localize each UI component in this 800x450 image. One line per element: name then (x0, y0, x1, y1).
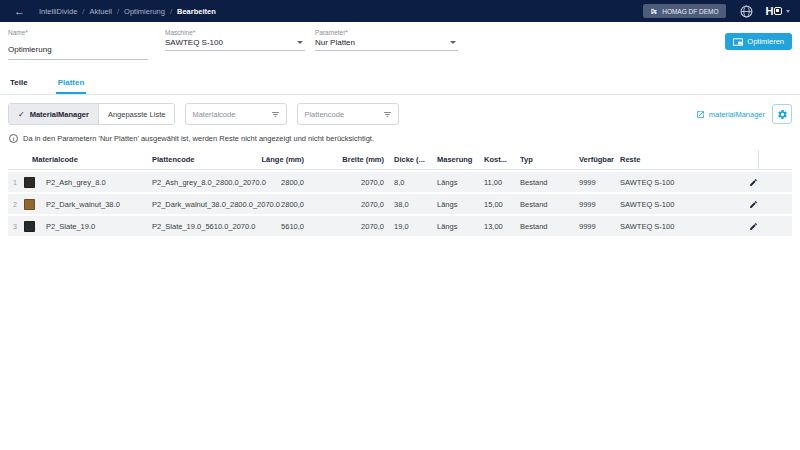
col-dicke: Dicke (... (384, 155, 428, 164)
info-icon: i (9, 134, 18, 143)
row-index: 2 (8, 201, 24, 208)
machine-icon (733, 38, 743, 46)
external-link-icon (696, 110, 705, 119)
edit-pencil-icon[interactable] (749, 200, 758, 209)
materialcode-filter (185, 103, 287, 125)
cell-typ: Bestand (520, 222, 572, 231)
parameter-field-label: Parameter* (315, 29, 458, 36)
col-maserung: Maserung (428, 155, 484, 164)
swatch-cell (24, 199, 46, 210)
cell-verfuegbar: 9999 (572, 222, 620, 231)
cell-dicke: 8,0 (384, 178, 428, 187)
logo-letter: H (766, 5, 773, 17)
app-switcher-logo[interactable]: H (766, 5, 790, 17)
cell-maserung: Längs (428, 222, 484, 231)
col-laenge: Länge (mm) (258, 155, 304, 164)
plattencode-filter (297, 103, 399, 125)
plattencode-filter-input[interactable] (304, 110, 379, 119)
cell-verfuegbar: 9999 (572, 200, 620, 209)
breadcrumb-optimierung[interactable]: Optimierung (124, 7, 165, 16)
tab-teile[interactable]: Teile (8, 69, 30, 94)
col-verfuegbar: Verfügbar (572, 155, 620, 164)
top-navbar: ← IntelliDivide / Aktuell / Optimierung … (0, 0, 800, 22)
cell-breite: 2070,0 (304, 178, 384, 187)
col-plattencode: Plattencode (152, 155, 258, 164)
material-color-swatch (24, 221, 35, 232)
edit-pencil-icon[interactable] (749, 222, 758, 231)
name-input[interactable] (8, 45, 148, 54)
machine-field-label: Maschine* (165, 29, 305, 36)
chevron-down-icon (450, 41, 456, 44)
filter-icon[interactable] (383, 110, 392, 119)
source-toggle-group: ✓ MaterialManager Angepasste Liste (8, 103, 175, 125)
breadcrumb-bearbeiten: Bearbeiten (177, 7, 216, 16)
cell-reste: SAWTEQ S-100 (620, 222, 740, 231)
cell-laenge: 2800,0 (258, 200, 304, 209)
parameter-selected-value: Nur Platten (315, 38, 458, 47)
gear-icon (777, 109, 788, 120)
cell-breite: 2070,0 (304, 200, 384, 209)
header-divider (758, 150, 784, 169)
cell-dicke: 19,0 (384, 222, 428, 231)
custom-list-toggle-label: Angepasste Liste (108, 110, 166, 119)
breadcrumb-intellidivide[interactable]: IntelliDivide (39, 7, 77, 16)
material-manager-link-label: materialManager (709, 110, 765, 119)
breadcrumb-separator: / (82, 7, 84, 16)
material-manager-link[interactable]: materialManager (696, 110, 765, 119)
row-index: 3 (8, 223, 24, 230)
material-manager-toggle[interactable]: ✓ MaterialManager (9, 104, 98, 124)
filter-icon[interactable] (271, 110, 280, 119)
logo-box-icon (774, 7, 782, 15)
edit-pencil-icon[interactable] (749, 178, 758, 187)
table-row[interactable]: 1 P2_Ash_grey_8.0 P2_Ash_grey_8.0_2800.0… (8, 172, 792, 192)
custom-list-toggle[interactable]: Angepasste Liste (98, 104, 175, 124)
name-field-label: Name* (8, 29, 148, 36)
back-arrow-icon[interactable]: ← (14, 6, 25, 17)
materialcode-filter-input[interactable] (192, 110, 267, 119)
cell-breite: 2070,0 (304, 222, 384, 231)
breadcrumb-separator: / (117, 7, 119, 16)
optimize-button[interactable]: Optimieren (725, 33, 792, 50)
cell-materialcode: P2_Ash_grey_8.0 (46, 178, 152, 187)
machine-select[interactable]: Maschine* SAWTEQ S-100 (165, 29, 305, 51)
tab-platten[interactable]: Platten (56, 69, 87, 94)
col-reste: Reste (620, 155, 740, 164)
cell-kosten: 13,00 (484, 222, 520, 231)
cell-laenge: 5610,0 (258, 222, 304, 231)
cell-laenge: 2800,0 (258, 178, 304, 187)
info-banner-text: Da in den Parametern 'Nur Platten' ausge… (23, 134, 374, 143)
breadcrumb-separator: / (170, 7, 172, 16)
cell-kosten: 15,00 (484, 200, 520, 209)
breadcrumb: IntelliDivide / Aktuell / Optimierung / … (39, 7, 216, 16)
tab-bar: Teile Platten (0, 69, 800, 95)
cell-materialcode: P2_Dark_walnut_38.0 (46, 200, 152, 209)
chevron-down-icon (297, 41, 303, 44)
table-row[interactable]: 3 P2_Slate_19.0 P2_Slate_19.0_5610.0_207… (8, 216, 792, 236)
cell-typ: Bestand (520, 178, 572, 187)
cell-materialcode: P2_Slate_19.0 (46, 222, 152, 231)
cell-maserung: Längs (428, 178, 484, 187)
tenant-button[interactable]: HOMAG DF DEMO (643, 4, 725, 18)
swatch-cell (24, 221, 46, 232)
col-breite: Breite (mm) (304, 155, 384, 164)
cell-plattencode: P2_Ash_grey_8.0_2800.0_2070.0 (152, 178, 258, 187)
material-color-swatch (24, 199, 35, 210)
material-color-swatch (24, 177, 35, 188)
settings-button[interactable] (772, 104, 792, 124)
user-avatar-icon[interactable] (740, 5, 753, 18)
parameter-select[interactable]: Parameter* Nur Platten (315, 29, 458, 51)
table-header: Materialcode Plattencode Länge (mm) Brei… (8, 150, 792, 170)
cell-maserung: Längs (428, 200, 484, 209)
breadcrumb-aktuell[interactable]: Aktuell (89, 7, 112, 16)
info-banner: i Da in den Parametern 'Nur Platten' aus… (0, 134, 800, 143)
cell-dicke: 38,0 (384, 200, 428, 209)
company-building-icon (650, 7, 658, 15)
col-kosten: Kost... (484, 155, 520, 164)
material-manager-toggle-label: MaterialManager (30, 110, 89, 119)
swatch-cell (24, 177, 46, 188)
table-body: 1 P2_Ash_grey_8.0 P2_Ash_grey_8.0_2800.0… (8, 172, 792, 236)
table-row[interactable]: 2 P2_Dark_walnut_38.0 P2_Dark_walnut_38.… (8, 194, 792, 214)
chevron-down-icon (786, 10, 790, 13)
name-field[interactable]: Name* (8, 29, 148, 60)
cell-plattencode: P2_Dark_walnut_38.0_2800.0_2070.0 (152, 200, 258, 209)
